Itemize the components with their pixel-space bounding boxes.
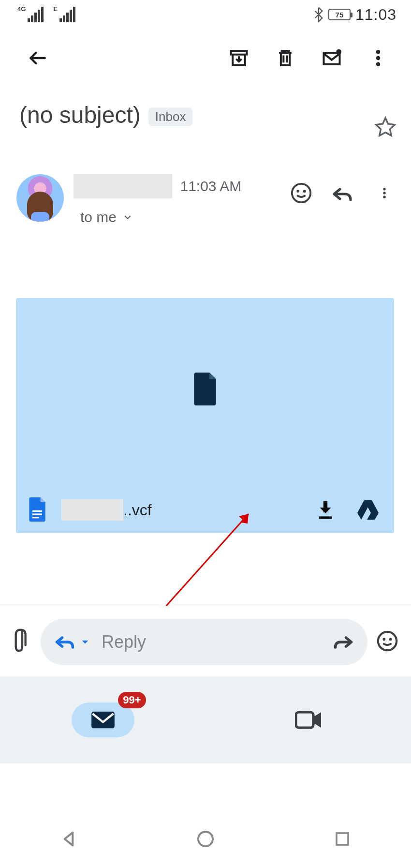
svg-rect-0 bbox=[231, 51, 247, 54]
signal-indicator-2: E bbox=[53, 7, 75, 22]
reply-button[interactable] bbox=[331, 181, 355, 205]
svg-rect-22 bbox=[91, 712, 115, 729]
svg-point-6 bbox=[292, 184, 310, 202]
svg-point-24 bbox=[198, 832, 213, 846]
svg-point-11 bbox=[383, 195, 385, 198]
mark-unread-button[interactable] bbox=[308, 35, 355, 81]
recipient-row[interactable]: to me bbox=[73, 209, 289, 225]
status-bar: 4G E 75 11:03 bbox=[0, 0, 411, 29]
signal-indicator-1: 4G bbox=[17, 7, 44, 22]
clock: 11:03 bbox=[355, 6, 396, 24]
message-more-button[interactable] bbox=[372, 181, 396, 205]
sender-avatar[interactable] bbox=[16, 174, 64, 222]
svg-rect-13 bbox=[32, 513, 42, 515]
forward-icon[interactable] bbox=[333, 631, 354, 653]
emoji-button[interactable] bbox=[376, 630, 398, 654]
mail-icon bbox=[90, 710, 116, 730]
svg-point-9 bbox=[383, 188, 385, 190]
file-icon bbox=[191, 373, 219, 407]
svg-point-8 bbox=[303, 190, 306, 193]
archive-button[interactable] bbox=[216, 35, 262, 81]
sender-name-redacted bbox=[73, 174, 172, 198]
star-button[interactable] bbox=[374, 116, 396, 140]
svg-rect-14 bbox=[32, 517, 39, 518]
sender-time: 11:03 AM bbox=[180, 178, 241, 195]
battery-indicator: 75 bbox=[328, 9, 351, 20]
more-options-button[interactable] bbox=[355, 35, 401, 81]
reply-input[interactable]: Reply bbox=[41, 619, 367, 665]
file-extension: ..vcf bbox=[123, 501, 152, 519]
subject-text: (no subject) bbox=[19, 102, 141, 128]
reply-arrow-icon bbox=[54, 631, 75, 653]
react-button[interactable] bbox=[289, 181, 313, 205]
svg-point-4 bbox=[376, 56, 380, 60]
video-icon bbox=[295, 709, 322, 731]
svg-point-10 bbox=[383, 192, 385, 194]
svg-point-2 bbox=[336, 49, 341, 55]
svg-point-20 bbox=[382, 638, 385, 641]
svg-point-3 bbox=[376, 50, 380, 54]
recipient-label: to me bbox=[80, 209, 117, 225]
svg-rect-23 bbox=[296, 712, 313, 728]
meet-tab[interactable] bbox=[206, 676, 411, 763]
save-to-drive-button[interactable] bbox=[353, 499, 382, 521]
svg-point-19 bbox=[378, 632, 396, 650]
back-button[interactable] bbox=[15, 35, 61, 81]
sender-row: 11:03 AM to me bbox=[0, 145, 411, 230]
mail-badge: 99+ bbox=[118, 692, 146, 708]
email-toolbar bbox=[0, 29, 411, 87]
attach-button[interactable] bbox=[13, 629, 32, 656]
download-attachment-button[interactable] bbox=[311, 499, 340, 521]
bottom-tabs: 99+ bbox=[0, 676, 411, 763]
bluetooth-icon bbox=[314, 7, 323, 22]
svg-rect-15 bbox=[319, 516, 332, 519]
svg-point-7 bbox=[296, 190, 299, 193]
mail-tab[interactable]: 99+ bbox=[0, 676, 206, 763]
reply-mode-dropdown-icon[interactable] bbox=[80, 637, 90, 647]
svg-point-5 bbox=[376, 62, 380, 66]
file-name-redacted bbox=[61, 499, 123, 521]
svg-rect-25 bbox=[337, 833, 348, 845]
nav-back-button[interactable] bbox=[54, 824, 83, 853]
reply-placeholder: Reply bbox=[102, 632, 146, 652]
delete-button[interactable] bbox=[262, 35, 308, 81]
folder-label[interactable]: Inbox bbox=[148, 107, 193, 126]
reply-bar: Reply bbox=[0, 607, 411, 677]
subject-row: (no subject) Inbox bbox=[0, 87, 411, 145]
system-nav-bar bbox=[0, 810, 411, 868]
attachment-card[interactable]: ..vcf bbox=[16, 298, 394, 533]
nav-recent-button[interactable] bbox=[328, 824, 357, 853]
svg-point-21 bbox=[389, 638, 392, 641]
nav-home-button[interactable] bbox=[191, 824, 220, 853]
document-icon bbox=[28, 497, 48, 523]
chevron-down-icon bbox=[122, 212, 133, 223]
svg-rect-12 bbox=[32, 510, 42, 512]
